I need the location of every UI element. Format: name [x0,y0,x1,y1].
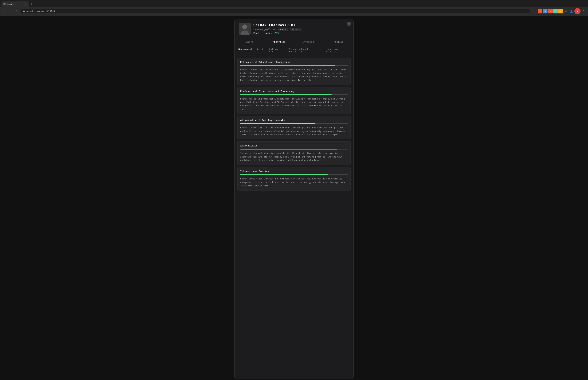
message-badge[interactable]: Message [290,28,302,31]
record-button[interactable]: 🎙 [574,8,581,14]
progress-bar-fill-adaptability [240,149,337,150]
refresh-button[interactable]: ↻ [14,9,19,14]
url-bar[interactable]: 🔒 acetrait.com/dashboard/205/65 [20,9,530,13]
subtab-background[interactable]: Background [236,46,254,55]
profile-email: isnehan@gmail.com [253,28,276,31]
svg-point-1 [242,24,247,29]
section-card-adaptability: AdaptabilitySnehan has demonstrated high… [237,141,351,165]
section-card-educational: Relevance of Educational BackgroundSneha… [237,58,351,85]
section-text-alignment: Snehan's skills in full-stack developmen… [240,126,348,136]
extension-btn-5[interactable]: V [558,9,563,13]
section-title-educational: Relevance of Educational Background [240,61,348,63]
section-text-interest: Snehan shows clear interest and enthusia… [240,177,348,188]
tab-close-button[interactable]: × [24,3,27,5]
page-content: × SNEHAN CHAKRAVARTHI isnehan@gmail.com [0,16,588,380]
section-title-adaptability: Adaptability [240,144,348,147]
extension-btn-2[interactable]: M [543,9,548,13]
profile-modal: × SNEHAN CHAKRAVARTHI isnehan@gmail.com [234,19,354,379]
back-button[interactable]: ‹ [2,9,7,14]
progress-bar-fill-professional [240,94,332,95]
subtab-scenario-based[interactable]: Scenario-Based Evaluation [287,46,323,55]
main-tabs-row: Chart Analytics Interview Profile [235,38,353,46]
section-card-professional: Professional Experience and CompetencySn… [237,87,351,114]
section-title-interest: Interest and Passion [240,170,348,172]
section-title-alignment: Alignment with Job Requirements [240,119,348,121]
extension-btn-4[interactable]: C [553,9,558,13]
new-tab-button[interactable]: + [29,2,34,6]
profile-match: Profile Match: 82% [253,32,349,35]
section-card-interest: Interest and PassionSnehan shows clear i… [237,167,351,190]
section-text-educational: Snehan's educational background in Infor… [240,68,348,82]
avatar-image [239,23,251,35]
profile-name: SNEHAN CHAKRAVARTHI [253,23,349,27]
progress-bar-fill-alignment [240,123,315,124]
progress-bar-container-alignment [240,123,348,124]
tab-chart[interactable]: Chart [235,38,265,46]
profile-header: SNEHAN CHAKRAVARTHI isnehan@gmail.com Re… [235,19,353,38]
section-text-professional: Snehan has solid professional experience… [240,97,348,111]
resume-badge[interactable]: Resume [278,28,288,31]
progress-bar-container-educational [240,65,348,66]
progress-bar-container-professional [240,94,348,95]
progress-bar-fill-educational [240,65,335,66]
sub-tabs-row: Background Skills Cultural Fit Scenario-… [235,46,353,55]
progress-bar-container-adaptability [240,149,348,150]
lock-icon: 🔒 [23,10,25,12]
profile-info: SNEHAN CHAKRAVARTHI isnehan@gmail.com Re… [253,23,349,35]
address-bar: ‹ › ↻ 🔒 acetrait.com/dashboard/205/65 ☆ … [0,7,588,16]
extensions-button[interactable]: ⧉ [564,9,568,14]
content-area: Relevance of Educational BackgroundSneha… [235,55,353,193]
section-text-adaptability: Snehan has demonstrated high adaptabilit… [240,152,348,162]
match-percent: 82% [275,32,279,35]
bookmark-button[interactable]: ☆ [532,9,537,14]
tab-favicon: A [3,3,6,5]
progress-bar-fill-interest [240,174,328,175]
tab-profile[interactable]: Profile [324,38,354,46]
profile-email-row: isnehan@gmail.com Resume Message [253,28,349,31]
section-card-alignment: Alignment with Job RequirementsSnehan's … [237,116,351,139]
progress-bar-container-interest [240,174,348,175]
url-text: acetrait.com/dashboard/205/65 [27,10,55,12]
extension-btn-3[interactable]: 13 [548,9,553,13]
profile-button[interactable]: 👤 [569,9,574,14]
menu-button[interactable]: ⋮ [581,9,586,14]
tab-title: Acetrait [7,3,14,5]
modal-close-button[interactable]: × [347,22,351,26]
tab-interview[interactable]: Interview [294,38,324,46]
tabs-container: Chart Analytics Interview Profile Backgr… [235,38,353,55]
tab-analytics[interactable]: Analytics [265,38,294,46]
extension-btn-1[interactable]: 2 [538,9,542,13]
avatar [239,23,251,35]
tab-bar: A Acetrait × + [0,0,588,7]
section-title-professional: Professional Experience and Competency [240,90,348,93]
subtab-long-term[interactable]: Long-term Potential [323,46,352,55]
subtab-skills[interactable]: Skills [254,46,267,55]
browser-actions: ☆ 2 M 13 C V ⧉ 👤 🎙 ⋮ [532,8,586,14]
browser-chrome: A Acetrait × + ‹ › ↻ 🔒 acetrait.com/dash… [0,0,588,16]
forward-button[interactable]: › [8,9,13,14]
subtab-cultural-fit[interactable]: Cultural Fit [267,46,287,55]
browser-tab[interactable]: A Acetrait × [1,1,29,7]
